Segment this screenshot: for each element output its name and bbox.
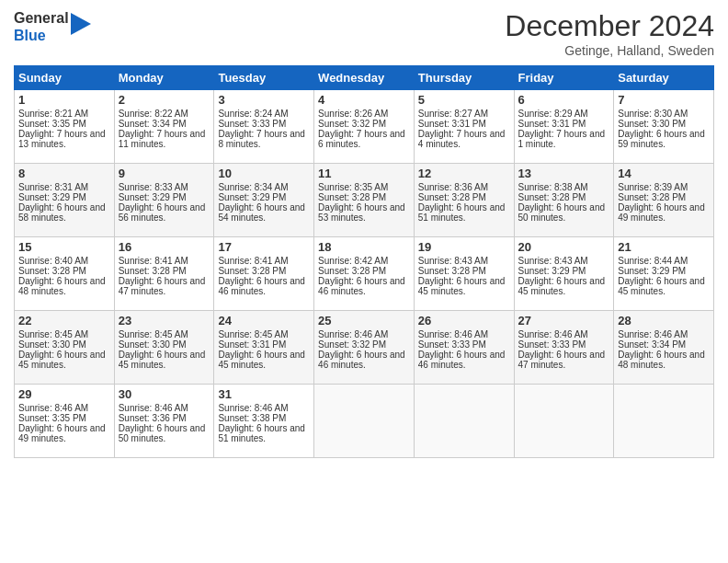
sunset-label: Sunset: 3:33 PM [518,339,586,350]
sunset-label: Sunset: 3:29 PM [218,192,286,202]
sunrise-label: Sunrise: 8:46 AM [119,403,188,413]
daylight-label: Daylight: 6 hours and 48 minutes. [18,276,106,296]
day-cell [314,385,415,458]
day-number: 30 [119,387,210,401]
daylight-label: Daylight: 6 hours and 56 minutes. [119,202,206,223]
daylight-label: Daylight: 6 hours and 50 minutes. [518,202,606,223]
sunset-label: Sunset: 3:29 PM [18,192,86,202]
day-number: 5 [418,93,510,107]
day-cell: 27 Sunrise: 8:46 AM Sunset: 3:33 PM Dayl… [514,311,614,385]
day-number: 4 [318,93,410,107]
daylight-label: Daylight: 6 hours and 51 minutes. [218,423,305,443]
sunset-label: Sunset: 3:28 PM [518,192,586,202]
col-friday: Friday [514,66,614,90]
day-cell: 3 Sunrise: 8:24 AM Sunset: 3:33 PM Dayli… [214,90,314,164]
week-row-1: 1 Sunrise: 8:21 AM Sunset: 3:35 PM Dayli… [15,90,714,164]
sunrise-label: Sunrise: 8:22 AM [119,109,188,119]
svg-marker-0 [71,13,91,35]
calendar-table: Sunday Monday Tuesday Wednesday Thursday… [14,65,714,458]
day-cell: 2 Sunrise: 8:22 AM Sunset: 3:34 PM Dayli… [114,90,214,164]
day-number: 23 [119,314,210,327]
logo-line2: Blue [14,27,69,44]
daylight-label: Daylight: 6 hours and 54 minutes. [218,202,305,223]
day-number: 17 [218,240,310,254]
day-cell: 25 Sunrise: 8:46 AM Sunset: 3:32 PM Dayl… [314,311,415,385]
daylight-label: Daylight: 7 hours and 6 minutes. [318,129,405,149]
sunrise-label: Sunrise: 8:21 AM [18,109,88,119]
day-cell: 13 Sunrise: 8:38 AM Sunset: 3:28 PM Dayl… [514,164,614,237]
week-row-2: 8 Sunrise: 8:31 AM Sunset: 3:29 PM Dayli… [15,164,714,237]
col-sunday: Sunday [15,66,115,90]
sunrise-label: Sunrise: 8:46 AM [518,329,588,339]
daylight-label: Daylight: 6 hours and 46 minutes. [218,276,305,296]
day-number: 26 [418,314,510,327]
day-cell: 4 Sunrise: 8:26 AM Sunset: 3:32 PM Dayli… [314,90,415,164]
col-tuesday: Tuesday [214,66,314,90]
daylight-label: Daylight: 6 hours and 45 minutes. [18,350,106,370]
sunset-label: Sunset: 3:29 PM [518,266,586,276]
sunrise-label: Sunrise: 8:41 AM [119,256,188,266]
sunset-label: Sunset: 3:28 PM [618,192,686,202]
daylight-label: Daylight: 6 hours and 45 minutes. [119,350,206,370]
week-row-3: 15 Sunrise: 8:40 AM Sunset: 3:28 PM Dayl… [15,237,714,311]
daylight-label: Daylight: 6 hours and 49 minutes. [618,202,705,223]
day-cell: 15 Sunrise: 8:40 AM Sunset: 3:28 PM Dayl… [15,237,115,311]
sunset-label: Sunset: 3:29 PM [119,192,187,202]
sunrise-label: Sunrise: 8:46 AM [418,329,488,339]
daylight-label: Daylight: 6 hours and 50 minutes. [119,423,206,443]
day-cell: 1 Sunrise: 8:21 AM Sunset: 3:35 PM Dayli… [15,90,115,164]
day-number: 24 [218,314,310,327]
sunset-label: Sunset: 3:28 PM [218,266,286,276]
daylight-label: Daylight: 6 hours and 46 minutes. [418,350,506,370]
sunset-label: Sunset: 3:34 PM [618,339,686,350]
col-monday: Monday [114,66,214,90]
sunset-label: Sunset: 3:35 PM [18,413,86,423]
sunrise-label: Sunrise: 8:39 AM [618,182,688,192]
day-number: 9 [119,167,210,180]
daylight-label: Daylight: 6 hours and 59 minutes. [618,129,705,149]
day-cell: 16 Sunrise: 8:41 AM Sunset: 3:28 PM Dayl… [114,237,214,311]
day-number: 29 [18,387,110,401]
sunrise-label: Sunrise: 8:46 AM [218,403,288,413]
day-number: 3 [218,93,310,107]
day-cell: 12 Sunrise: 8:36 AM Sunset: 3:28 PM Dayl… [414,164,514,237]
day-cell [414,385,514,458]
day-number: 28 [618,314,710,327]
daylight-label: Daylight: 6 hours and 45 minutes. [518,276,606,296]
sunrise-label: Sunrise: 8:46 AM [18,403,88,413]
col-wednesday: Wednesday [314,66,415,90]
daylight-label: Daylight: 6 hours and 46 minutes. [318,276,405,296]
day-cell: 20 Sunrise: 8:43 AM Sunset: 3:29 PM Dayl… [514,237,614,311]
day-cell: 14 Sunrise: 8:39 AM Sunset: 3:28 PM Dayl… [614,164,714,237]
day-number: 7 [618,93,710,107]
day-number: 27 [518,314,610,327]
day-number: 15 [18,240,110,254]
daylight-label: Daylight: 7 hours and 13 minutes. [18,129,106,149]
sunset-label: Sunset: 3:36 PM [119,413,187,423]
sunrise-label: Sunrise: 8:31 AM [18,182,88,192]
daylight-label: Daylight: 6 hours and 51 minutes. [418,202,506,223]
sunrise-label: Sunrise: 8:45 AM [119,329,188,339]
daylight-label: Daylight: 6 hours and 47 minutes. [518,350,606,370]
day-number: 1 [18,93,110,107]
day-cell: 10 Sunrise: 8:34 AM Sunset: 3:29 PM Dayl… [214,164,314,237]
day-number: 21 [618,240,710,254]
daylight-label: Daylight: 6 hours and 47 minutes. [119,276,206,296]
week-row-4: 22 Sunrise: 8:45 AM Sunset: 3:30 PM Dayl… [15,311,714,385]
sunset-label: Sunset: 3:38 PM [218,413,286,423]
sunset-label: Sunset: 3:31 PM [518,119,586,129]
day-number: 13 [518,167,610,180]
day-cell: 24 Sunrise: 8:45 AM Sunset: 3:31 PM Dayl… [214,311,314,385]
sunrise-label: Sunrise: 8:42 AM [318,256,388,266]
sunset-label: Sunset: 3:33 PM [218,119,286,129]
logo: General Blue [14,9,91,44]
daylight-label: Daylight: 6 hours and 46 minutes. [318,350,405,370]
day-number: 8 [18,167,110,180]
sunset-label: Sunset: 3:35 PM [18,119,86,129]
sunset-label: Sunset: 3:28 PM [318,266,386,276]
day-number: 25 [318,314,410,327]
page-container: General Blue December 2024 Getinge, Hall… [0,0,728,467]
sunrise-label: Sunrise: 8:29 AM [518,109,588,119]
sunrise-label: Sunrise: 8:46 AM [618,329,688,339]
day-cell: 17 Sunrise: 8:41 AM Sunset: 3:28 PM Dayl… [214,237,314,311]
